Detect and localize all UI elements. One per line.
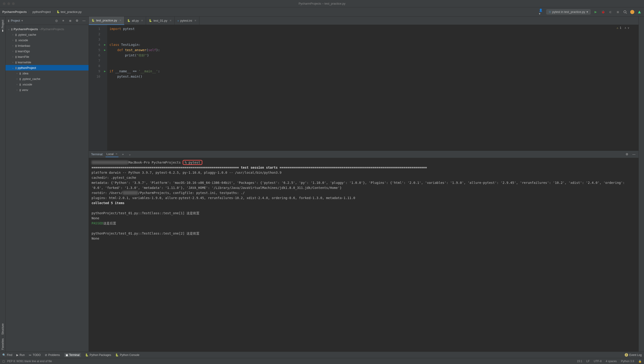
tree-arrow-icon[interactable]: › xyxy=(12,61,14,64)
close-icon[interactable]: ✕ xyxy=(116,152,118,155)
tree-item-label: .idea xyxy=(22,72,28,75)
gear-icon[interactable]: ⚙ xyxy=(75,19,79,23)
packages-tool-button[interactable]: 🐍 Python Packages xyxy=(85,353,111,357)
minimize-panel-icon[interactable]: — xyxy=(82,19,86,23)
collapse-all-icon[interactable]: ≣ xyxy=(68,19,72,23)
find-tool-button[interactable]: 🔍 Find xyxy=(2,353,12,357)
gear-icon[interactable]: ⚙ xyxy=(625,152,629,157)
chevron-down-icon[interactable]: ▾ xyxy=(22,19,23,22)
tree-arrow-icon[interactable]: › xyxy=(16,89,18,91)
tree-arrow-icon[interactable]: › xyxy=(16,83,18,86)
structure-tool-tab[interactable]: Structure xyxy=(1,322,5,336)
terminal-tab-local[interactable]: Local ✕ xyxy=(106,151,118,157)
add-terminal-icon[interactable]: ＋ xyxy=(121,152,125,157)
tree-arrow-icon[interactable]: ⌄ xyxy=(12,67,14,69)
tree-item-label: pythonProject xyxy=(18,66,36,70)
terminal-output[interactable]: xxxxxxxxxxxxxxxxxxxMacBook-Pro PycharmPr… xyxy=(89,158,638,351)
tree-item[interactable]: ›▮.idea xyxy=(6,71,88,76)
navigation-bar: PycharmProjects 〉 pythonProject 〉 🐍 test… xyxy=(0,7,644,17)
breadcrumb-file[interactable]: 🐍 test_practice.py xyxy=(56,10,82,14)
problems-indicator[interactable]: ⚠ 1 ∧ ∨ xyxy=(617,26,629,30)
run-configuration-select[interactable]: ⊙ pytest in test_practice.py ▾ xyxy=(546,9,591,15)
problems-tool-button[interactable]: ⊘ Problems xyxy=(45,353,60,357)
tree-item[interactable]: ›▮learnwhile xyxy=(6,59,88,65)
chevron-down-icon[interactable]: ∨ xyxy=(628,26,629,30)
tree-item[interactable]: ›▮learnDgo xyxy=(6,48,88,54)
editor-tab[interactable]: 🐍test_01.py✕ xyxy=(146,17,174,25)
search-icon[interactable] xyxy=(623,10,628,14)
highlighted-command: % pytest xyxy=(182,160,202,165)
stop-icon[interactable]: ◼ xyxy=(616,10,620,14)
indent-setting[interactable]: 4 spaces xyxy=(606,360,617,363)
tree-item[interactable]: ›▮.vscode xyxy=(6,37,88,43)
run-tool-button[interactable]: ▶ Run xyxy=(16,353,24,357)
tree-item[interactable]: ›▮venv xyxy=(6,87,88,93)
add-user-icon[interactable]: 👤▾ xyxy=(539,10,544,14)
code-content[interactable]: import pytest class TestLogin: def test_… xyxy=(107,25,638,150)
target-icon[interactable]: ◎ xyxy=(54,19,59,23)
cursor-position[interactable]: 15:1 xyxy=(577,360,582,363)
terminal-rootdir-pre: rootdir: /Users/ xyxy=(92,191,122,195)
folder-icon: ▮ xyxy=(15,61,17,64)
terminal-tool-button[interactable]: ▣ Terminal xyxy=(64,353,81,357)
line-separator[interactable]: LF xyxy=(586,360,590,363)
debug-button-icon[interactable]: 🐞 xyxy=(601,10,605,14)
run-button-icon[interactable]: ▶ xyxy=(594,10,598,14)
tree-arrow-icon[interactable]: › xyxy=(16,78,18,80)
avatar-icon[interactable] xyxy=(630,10,634,14)
minimize-panel-icon[interactable]: — xyxy=(632,152,636,157)
code-with-me-icon[interactable] xyxy=(637,10,642,14)
tree-item[interactable]: ›▮learnFile xyxy=(6,54,88,59)
tree-arrow-icon[interactable]: › xyxy=(16,72,18,75)
tree-item[interactable]: ›▮.pytest_cache xyxy=(6,76,88,82)
tree-root[interactable]: ⌄ ▮ PycharmProjects ~/PycharmProjects xyxy=(6,26,88,32)
favorites-tool-tab[interactable]: Favorites xyxy=(1,336,5,351)
coverage-icon[interactable]: ◐ xyxy=(608,10,613,14)
expand-all-icon[interactable]: ≡ xyxy=(61,19,66,23)
tree-item-label: Imtanbao xyxy=(18,44,30,48)
close-icon[interactable]: ✕ xyxy=(119,19,122,22)
file-encoding[interactable]: UTF-8 xyxy=(594,360,602,363)
lock-icon[interactable]: 🔒 xyxy=(638,360,642,363)
tree-item[interactable]: ›▮Imtanbao xyxy=(6,43,88,48)
close-icon[interactable]: ✕ xyxy=(141,19,143,22)
run-marker-icon[interactable]: ▶ xyxy=(102,48,107,53)
editor-tab[interactable]: ≡pytest.ini✕ xyxy=(174,17,200,25)
event-log-button[interactable]: 2 Event Log xyxy=(625,353,642,357)
tree-arrow-icon[interactable]: › xyxy=(12,45,14,47)
tree-item-label: learnDgo xyxy=(18,50,30,53)
python-interpreter[interactable]: Python 3.9 xyxy=(621,360,634,363)
chevron-down-icon[interactable]: ⌄ xyxy=(7,28,10,30)
run-marker-icon[interactable]: ▶ xyxy=(102,69,107,74)
editor-tab[interactable]: 🐍all.py✕ xyxy=(124,17,146,25)
chevron-up-icon[interactable]: ∧ xyxy=(625,26,626,30)
folder-icon: ▮ xyxy=(15,33,17,36)
close-icon[interactable]: ✕ xyxy=(170,19,172,22)
tree-item[interactable]: ›▮.pytest_cache xyxy=(6,32,88,37)
tree-item[interactable]: ›▮.vscode xyxy=(6,82,88,87)
breadcrumb-project[interactable]: pythonProject xyxy=(32,10,51,14)
project-tool-tab[interactable]: ▮ Project xyxy=(1,18,5,34)
tree-arrow-icon[interactable]: › xyxy=(12,56,14,58)
minimize-window-button[interactable] xyxy=(7,2,10,5)
breadcrumb-root[interactable]: PycharmProjects xyxy=(2,10,27,14)
maximize-window-button[interactable] xyxy=(12,2,15,5)
editor-tab[interactable]: 🐍test_practice.py✕ xyxy=(89,17,124,25)
tree-arrow-icon[interactable]: › xyxy=(12,39,14,42)
tree-item[interactable]: ⌄▮pythonProject xyxy=(6,65,88,71)
close-icon[interactable]: ✕ xyxy=(194,19,196,22)
close-window-button[interactable] xyxy=(3,2,6,5)
terminal-collected: collected 5 items xyxy=(92,201,124,205)
todo-tool-button[interactable]: ≔ TODO xyxy=(29,353,40,357)
tool-window-icon[interactable]: ▢ xyxy=(2,360,5,363)
breadcrumb-sep-icon: 〉 xyxy=(52,10,55,14)
tree-arrow-icon[interactable]: › xyxy=(12,50,14,53)
tree-arrow-icon[interactable]: › xyxy=(12,33,14,36)
console-tool-button[interactable]: 🐍 Python Console xyxy=(115,353,140,357)
project-tree[interactable]: ⌄ ▮ PycharmProjects ~/PycharmProjects ›▮… xyxy=(6,25,88,94)
code-editor[interactable]: 12345678910 ▶ ▶ ▶ import pytest class Te… xyxy=(89,25,638,150)
chevron-down-icon[interactable]: ⌄ xyxy=(128,152,132,157)
run-marker-icon[interactable]: ▶ xyxy=(102,42,107,48)
svg-marker-2 xyxy=(638,11,641,13)
project-panel-title: Project xyxy=(11,19,20,22)
